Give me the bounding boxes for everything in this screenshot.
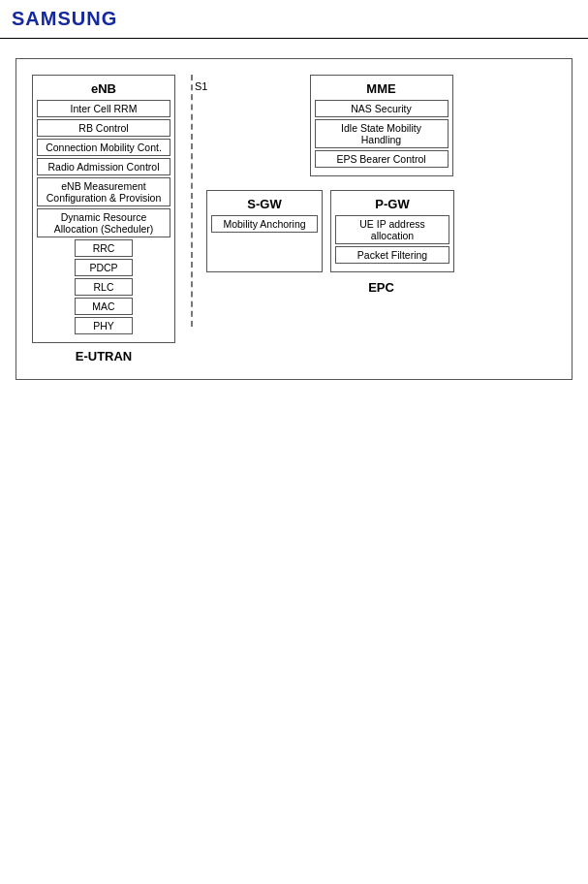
s1-area: S1 <box>175 75 206 102</box>
mme-func-idle-state: Idle State Mobility Handling <box>315 119 449 148</box>
enb-func-measurement: eNB Measurement Configuration & Provisio… <box>37 177 170 206</box>
header: SAMSUNG <box>0 0 588 39</box>
s1-label: S1 <box>195 80 207 92</box>
sgw-title: S-GW <box>211 197 318 211</box>
enb-func-dynamic-resource: Dynamic Resource Allocation (Scheduler) <box>37 208 170 237</box>
enb-func-radio-admission: Radio Admission Control <box>37 158 170 175</box>
mme-box: MME NAS Security Idle State Mobility Han… <box>310 75 453 176</box>
main-content: eNB Inter Cell RRM RB Control Connection… <box>0 39 588 399</box>
enb-func-rrc: RRC <box>75 239 133 257</box>
diagram-container: eNB Inter Cell RRM RB Control Connection… <box>15 58 573 380</box>
enb-func-rlc: RLC <box>75 278 133 296</box>
enb-func-rb-control: RB Control <box>37 119 170 137</box>
mme-func-nas-security: NAS Security <box>315 100 449 117</box>
enb-func-inter-cell-rrm: Inter Cell RRM <box>37 100 170 117</box>
epc-section: MME NAS Security Idle State Mobility Han… <box>206 75 556 295</box>
enb-func-phy: PHY <box>75 317 133 334</box>
pgw-title: P-GW <box>335 197 449 211</box>
enb-func-connection-mobility: Connection Mobility Cont. <box>37 139 170 156</box>
eutran-section: eNB Inter Cell RRM RB Control Connection… <box>32 75 175 363</box>
mme-func-eps-bearer: EPS Bearer Control <box>315 150 449 168</box>
eutran-label: E-UTRAN <box>76 349 133 363</box>
enb-title: eNB <box>37 81 170 96</box>
enb-func-mac: MAC <box>75 298 133 315</box>
pgw-func-ue-ip-address: UE IP address allocation <box>335 215 449 244</box>
diagram-inner: eNB Inter Cell RRM RB Control Connection… <box>32 75 556 363</box>
enb-box: eNB Inter Cell RRM RB Control Connection… <box>32 75 175 343</box>
pgw-box: P-GW UE IP address allocation Packet Fil… <box>330 190 454 272</box>
sgw-func-mobility-anchoring: Mobility Anchoring <box>211 215 318 233</box>
sgw-box: S-GW Mobility Anchoring <box>206 190 323 272</box>
epc-bottom: S-GW Mobility Anchoring P-GW UE IP addre… <box>206 190 556 272</box>
s1-dashed-line <box>191 75 193 327</box>
epc-top: MME NAS Security Idle State Mobility Han… <box>206 75 556 176</box>
samsung-logo: SAMSUNG <box>12 8 576 30</box>
epc-label: EPC <box>206 280 556 295</box>
enb-func-pdcp: PDCP <box>75 259 133 276</box>
mme-title: MME <box>315 81 449 96</box>
pgw-func-packet-filtering: Packet Filtering <box>335 246 449 264</box>
